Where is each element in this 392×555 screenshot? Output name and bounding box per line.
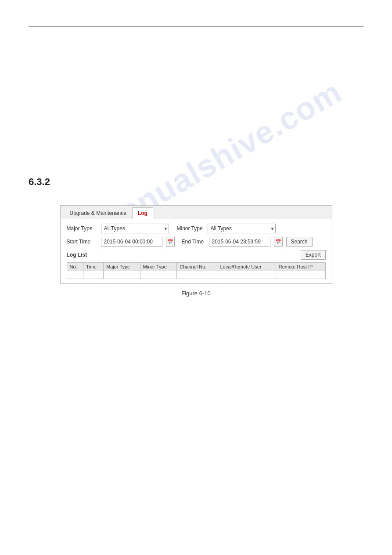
col-major-type: Major Type	[104, 263, 140, 271]
figure-caption: Figure 6-10	[29, 290, 363, 297]
cell-channel-no	[177, 271, 217, 279]
figure-container: Upgrade & Maintenance Log Major Type All…	[29, 205, 363, 297]
form-row-types: Major Type All Types ▼ Minor Type All Ty…	[67, 224, 326, 233]
major-type-select-wrap: All Types ▼	[101, 224, 169, 233]
cell-major-type	[104, 271, 140, 279]
start-time-input[interactable]	[101, 237, 162, 247]
section-heading: 6.3.2	[29, 176, 363, 188]
tab-log[interactable]: Log	[132, 207, 153, 219]
log-table-header-row: No. Time Major Type Minor Type Channel N…	[67, 263, 325, 271]
col-channel-no: Channel No.	[177, 263, 217, 271]
cell-local-remote-user	[217, 271, 276, 279]
cell-remote-host-ip	[276, 271, 325, 279]
export-button[interactable]: Export	[301, 250, 326, 260]
minor-type-select[interactable]: All Types	[208, 224, 276, 233]
col-time: Time	[83, 263, 103, 271]
table-row	[67, 271, 325, 279]
minor-type-select-wrap: All Types ▼	[208, 224, 276, 233]
start-time-label: Start Time	[67, 239, 97, 245]
col-local-remote-user: Local/Remote User	[217, 263, 276, 271]
log-list-header: Log List Export	[67, 250, 326, 260]
log-list-label: Log List	[67, 252, 87, 258]
top-rule	[29, 26, 363, 27]
page-container: manualshive.com 6.3.2 Upgrade & Maintena…	[0, 0, 392, 555]
minor-type-label: Minor Type	[177, 225, 204, 232]
major-type-label: Major Type	[67, 225, 97, 232]
end-time-input[interactable]	[209, 237, 270, 247]
major-type-select[interactable]: All Types	[101, 224, 169, 233]
col-minor-type: Minor Type	[140, 263, 177, 271]
form-row-times: Start Time 📅 End Time 📅 Search	[67, 237, 326, 247]
log-table: No. Time Major Type Minor Type Channel N…	[67, 262, 326, 279]
ui-panel: Upgrade & Maintenance Log Major Type All…	[60, 205, 332, 284]
col-no: No.	[67, 263, 83, 271]
start-time-calendar-button[interactable]: 📅	[166, 237, 175, 247]
cell-no	[67, 271, 83, 279]
ui-body: Major Type All Types ▼ Minor Type All Ty…	[61, 219, 332, 283]
tabs-bar: Upgrade & Maintenance Log	[61, 206, 332, 219]
tab-upgrade[interactable]: Upgrade & Maintenance	[64, 207, 132, 219]
cell-time	[83, 271, 103, 279]
end-time-label: End Time	[182, 239, 205, 245]
end-time-calendar-button[interactable]: 📅	[274, 237, 283, 247]
col-remote-host-ip: Remote Host IP	[276, 263, 325, 271]
search-button[interactable]: Search	[286, 237, 313, 247]
cell-minor-type	[140, 271, 177, 279]
